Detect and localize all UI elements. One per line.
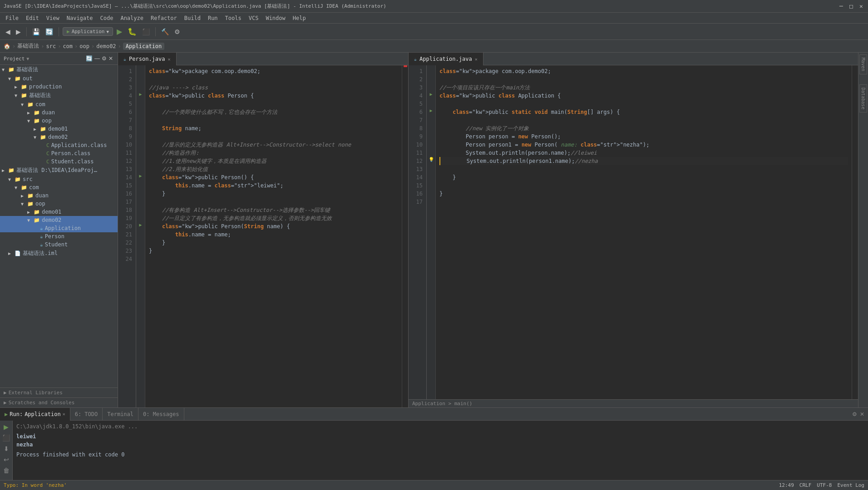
tree-node-15[interactable]: ▶📁duan xyxy=(0,191,118,200)
line-num-12: 12 xyxy=(409,157,426,165)
tree-node-1[interactable]: ▼📁out xyxy=(0,74,118,83)
menu-item-file[interactable]: File xyxy=(2,14,22,22)
tree-node-6[interactable]: ▼📁oop xyxy=(0,117,118,125)
sidebar-collapse-button[interactable]: — xyxy=(94,54,101,63)
minimize-button[interactable]: ─ xyxy=(838,3,844,10)
right-code-content[interactable]: class="kw">package com.oop.demo02; //一个项… xyxy=(436,65,852,399)
tree-label: oop xyxy=(42,118,52,124)
run-clear-btn[interactable]: 🗑 xyxy=(2,466,10,475)
gutter-icon-20[interactable]: ▶ xyxy=(139,222,142,227)
bottom-settings-btn[interactable]: ⚙ xyxy=(852,411,857,417)
maven-tab[interactable]: Maven xyxy=(859,54,867,74)
gutter-icon-4[interactable]: ▶ xyxy=(139,92,142,97)
gutter-icon-6[interactable]: ▶ xyxy=(429,108,432,113)
tree-node-4[interactable]: ▼📁com xyxy=(0,100,118,108)
external-libraries-section[interactable]: ▶ External Libraries xyxy=(0,387,118,397)
breadcrumb-jichu[interactable]: 基础语法 xyxy=(17,42,39,50)
run-wrap-btn[interactable]: ↩ xyxy=(3,455,10,464)
tree-node-14[interactable]: ▼📁com xyxy=(0,183,118,191)
back-button[interactable]: ◀ xyxy=(4,27,12,36)
menu-item-code[interactable]: Code xyxy=(97,14,117,22)
gradle-tab[interactable]: Database xyxy=(859,84,867,113)
status-linesep[interactable]: CRLF xyxy=(799,482,812,488)
menu-item-run[interactable]: Run xyxy=(204,14,222,22)
menu-item-window[interactable]: Window xyxy=(262,14,289,22)
code-line-16: } xyxy=(149,190,398,198)
left-tab-close[interactable]: ✕ xyxy=(168,57,171,62)
tree-node-11[interactable]: CStudent.class xyxy=(0,157,118,166)
forward-button[interactable]: ▶ xyxy=(14,27,23,36)
tree-arrow: ▶ xyxy=(15,84,20,89)
breadcrumb-application[interactable]: Application xyxy=(123,43,164,50)
close-button[interactable]: ✕ xyxy=(858,3,864,10)
run-scroll-end-btn[interactable]: ⬇ xyxy=(3,444,10,453)
tree-node-21[interactable]: ☕Student xyxy=(0,240,118,249)
run-button[interactable]: ▶ xyxy=(115,26,124,37)
breadcrumb-src[interactable]: src xyxy=(46,43,56,49)
tree-node-2[interactable]: ▶📁production xyxy=(0,83,118,91)
sidebar-dropdown-icon[interactable]: ▼ xyxy=(26,56,29,61)
tree-node-13[interactable]: ▼📁src xyxy=(0,175,118,183)
menu-item-navigate[interactable]: Navigate xyxy=(63,14,97,22)
bottom-close-btn[interactable]: ✕ xyxy=(860,411,864,417)
menu-item-vcs[interactable]: VCS xyxy=(245,14,262,22)
maximize-button[interactable]: □ xyxy=(848,3,854,10)
tree-node-10[interactable]: CPerson.class xyxy=(0,149,118,157)
status-position[interactable]: 12:49 xyxy=(779,482,794,488)
tree-node-8[interactable]: ▼📁demo02 xyxy=(0,133,118,141)
menu-item-edit[interactable]: Edit xyxy=(22,14,43,22)
right-tab-application[interactable]: ☕ Application.java ✕ xyxy=(409,53,483,65)
tree-node-5[interactable]: ▶📁duan xyxy=(0,108,118,117)
menu-item-help[interactable]: Help xyxy=(289,14,310,22)
stop-button[interactable]: ⬛ xyxy=(140,27,152,36)
gutter-icon-4[interactable]: ▶ xyxy=(429,92,432,97)
tree-node-9[interactable]: CApplication.class xyxy=(0,141,118,149)
menu-item-build[interactable]: Build xyxy=(181,14,204,22)
sidebar-close-button[interactable]: ✕ xyxy=(108,54,114,63)
status-encoding[interactable]: UTF-8 xyxy=(817,482,832,488)
line-num-8: 8 xyxy=(118,124,136,132)
tree-node-22[interactable]: ▶📄基础语法.iml xyxy=(0,249,118,258)
tree-node-16[interactable]: ▼📁oop xyxy=(0,200,118,208)
build-button[interactable]: 🔨 xyxy=(159,27,171,36)
tree-arrow: ▼ xyxy=(8,177,14,182)
run-config-selector[interactable]: ▶ Application ▼ xyxy=(63,27,113,36)
run-tab-close[interactable]: ✕ xyxy=(63,412,65,416)
todo-tab[interactable]: 6: TODO xyxy=(70,408,103,421)
settings-button[interactable]: ⚙ xyxy=(173,27,182,36)
tree-node-7[interactable]: ▶📁demo01 xyxy=(0,125,118,133)
left-code-content[interactable]: class="kw">package com.oop.demo02; //jav… xyxy=(145,65,402,407)
right-tab-close[interactable]: ✕ xyxy=(475,57,478,62)
tree-node-19[interactable]: ☕Application xyxy=(0,224,118,232)
gutter-icon-12[interactable]: 💡 xyxy=(429,157,434,162)
tree-node-12[interactable]: ▶📁基础语法 D:\IDEA\IdeaProjects\JavaSE\基础 xyxy=(0,166,118,175)
menu-item-tools[interactable]: Tools xyxy=(222,14,245,22)
event-log[interactable]: Event Log xyxy=(837,482,864,488)
breadcrumb-demo02[interactable]: demo02 xyxy=(96,43,116,49)
sidebar-refresh-button[interactable]: 🔄 xyxy=(85,54,94,63)
left-tab-person[interactable]: ☕ Person.java ✕ xyxy=(118,53,177,65)
sidebar-settings-button[interactable]: ⚙ xyxy=(101,54,108,63)
sync-button[interactable]: 🔄 xyxy=(44,27,55,36)
menu-item-analyze[interactable]: Analyze xyxy=(117,14,147,22)
left-scroll-gutter[interactable] xyxy=(402,65,408,407)
menu-item-view[interactable]: View xyxy=(43,14,63,22)
scratches-section[interactable]: ▶ Scratches and Consoles xyxy=(0,397,118,407)
debug-button[interactable]: 🐛 xyxy=(126,26,138,37)
save-button[interactable]: 💾 xyxy=(30,27,42,36)
tree-node-20[interactable]: ☕Person xyxy=(0,232,118,240)
breadcrumb-root-icon[interactable]: 🏠 xyxy=(4,43,10,49)
tree-node-0[interactable]: ▼📁基础语法 xyxy=(0,65,118,74)
menu-item-refactor[interactable]: Refactor xyxy=(147,14,181,22)
run-restart-btn[interactable]: ▶ xyxy=(3,422,10,431)
breadcrumb-com[interactable]: com xyxy=(63,43,73,49)
breadcrumb-oop[interactable]: oop xyxy=(79,43,89,49)
run-tab[interactable]: ▶ Run: Application ✕ xyxy=(0,408,70,421)
tree-node-17[interactable]: ▶📁demo01 xyxy=(0,208,118,216)
tree-node-3[interactable]: ▼📁基础语法 xyxy=(0,91,118,100)
terminal-tab[interactable]: Terminal xyxy=(103,408,138,421)
messages-tab[interactable]: 0: Messages xyxy=(138,408,184,421)
run-stop-btn[interactable]: ⬛ xyxy=(1,433,11,442)
gutter-icon-14[interactable]: ▶ xyxy=(139,173,142,178)
tree-node-18[interactable]: ▼📁demo02 xyxy=(0,216,118,224)
